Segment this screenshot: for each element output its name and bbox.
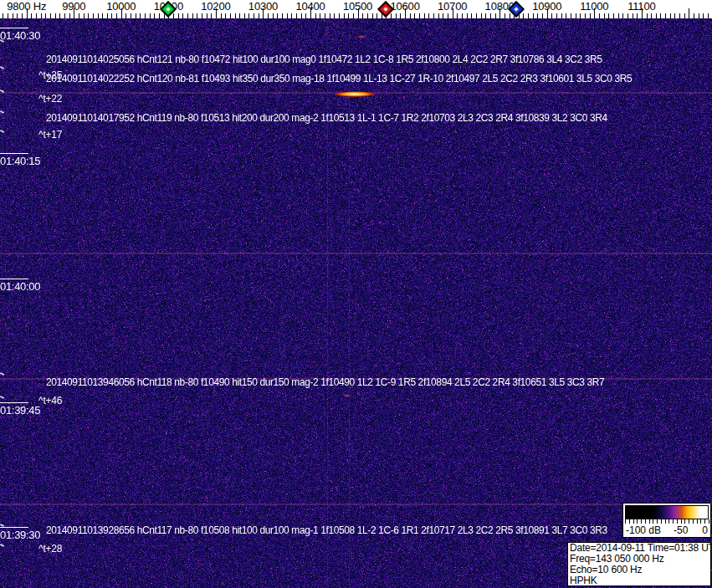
ruler-frequency-label: 10500 <box>343 0 372 13</box>
ruler-tick <box>556 13 557 18</box>
ruler-tick <box>173 13 174 18</box>
time-axis-label: 01:40:15 <box>0 153 40 167</box>
legend-tick <box>673 519 674 524</box>
ruler-frequency-label: 10900 <box>532 0 561 13</box>
meteor-spectrogram-app: 20140911014025056 hCnt121 nb-80 f10472 h… <box>0 0 712 588</box>
ruler-tick <box>301 13 302 18</box>
legend-tick <box>637 519 638 524</box>
time-axis-label: 01:40:30 <box>0 28 40 42</box>
ruler-tick <box>197 13 197 18</box>
ruler-tick <box>485 13 486 18</box>
ruler-tick <box>551 13 552 18</box>
detection-log-line: 20140911014022252 hCnt120 nb-81 f10493 h… <box>46 73 632 84</box>
ruler-tick <box>79 13 79 18</box>
ruler-tick <box>41 13 42 18</box>
ruler-tick <box>93 13 94 18</box>
spectrogram-noise-canvas <box>0 0 712 588</box>
ruler-frequency-label: 10000 <box>106 0 136 13</box>
ruler-tick <box>362 13 363 18</box>
ruler-tick <box>566 13 566 18</box>
ruler-tick <box>537 13 538 18</box>
meteor-echo-streak <box>333 91 376 97</box>
ruler-tick <box>608 13 609 18</box>
ruler-tick <box>590 13 591 18</box>
ruler-tick <box>400 13 401 18</box>
ruler-tick <box>268 13 269 18</box>
ruler-tick <box>674 13 675 18</box>
detection-log-line: 20140911014025056 hCnt121 nb-80 f10472 h… <box>46 54 602 65</box>
ruler-tick <box>221 13 222 18</box>
ruler-tick <box>13 13 13 18</box>
status-info-box: Date=2014-09-11 Time=01:38 UTC Freq=143 … <box>567 542 711 586</box>
ruler-tick <box>433 13 434 18</box>
ruler-tick <box>684 13 685 18</box>
color-gradient-bar <box>625 505 709 519</box>
ruler-tick <box>670 13 671 18</box>
meteor-echo-streak <box>356 35 367 38</box>
ruler-tick <box>424 13 425 18</box>
ruler-tick <box>88 13 89 18</box>
ruler-tick <box>296 13 297 18</box>
ruler-tick <box>192 13 193 18</box>
meteor-echo-streak <box>342 394 351 397</box>
ruler-tick <box>410 13 411 18</box>
ruler-tick <box>339 13 340 18</box>
legend-tick <box>625 519 626 524</box>
ruler-frequency-label: 9800 Hz <box>7 0 46 13</box>
ruler-tick <box>419 13 420 18</box>
ruler-tick <box>248 13 249 18</box>
marker-center-dot <box>384 7 389 12</box>
ruler-tick <box>348 13 349 18</box>
legend-tick <box>677 519 678 524</box>
ruler-tick <box>254 13 254 18</box>
ruler-tick <box>287 13 288 18</box>
event-time-marker: ^t+46 <box>38 395 62 406</box>
ruler-tick <box>533 13 534 18</box>
ruler-tick <box>305 13 306 18</box>
legend-tick <box>645 519 646 524</box>
ruler-tick <box>627 13 628 18</box>
ruler-tick <box>239 13 240 18</box>
ruler-tick <box>481 13 482 18</box>
ruler-tick <box>414 13 415 18</box>
ruler-tick <box>31 13 32 18</box>
legend-tick <box>704 519 705 524</box>
ruler-tick <box>467 13 468 18</box>
legend-tick <box>657 519 658 524</box>
ruler-tick <box>689 8 689 18</box>
ruler-tick <box>202 13 202 18</box>
ruler-tick <box>136 13 136 18</box>
ruler-tick <box>428 13 429 18</box>
ruler-tick <box>585 13 586 18</box>
event-time-marker: ^t+17 <box>38 129 62 141</box>
ruler-tick <box>576 13 576 18</box>
ruler-tick <box>647 13 648 18</box>
ruler-tick <box>660 13 661 18</box>
ruler-tick <box>476 13 477 18</box>
ruler-tick <box>145 13 146 18</box>
frequency-ruler: 9800 Hz990010000101001020010300104001050… <box>0 0 712 18</box>
ruler-tick <box>17 13 18 18</box>
ruler-tick <box>637 13 638 18</box>
ruler-tick <box>699 13 699 18</box>
legend-tick <box>709 519 709 524</box>
ruler-tick <box>651 13 652 18</box>
ruler-tick <box>140 13 141 18</box>
ruler-tick <box>259 13 259 18</box>
ruler-tick <box>3 13 3 18</box>
ruler-tick <box>282 13 283 18</box>
ruler-tick <box>244 13 245 18</box>
marker-center-dot <box>166 7 172 12</box>
ruler-tick <box>542 13 543 18</box>
legend-labels: -100 dB -50 0 <box>626 524 708 536</box>
ruler-tick <box>528 13 529 18</box>
ruler-tick <box>116 13 117 18</box>
ruler-frequency-label: 11000 <box>580 0 608 13</box>
time-axis-label: 01:39:30 <box>0 527 40 541</box>
ruler-tick <box>230 13 231 18</box>
ruler-tick <box>273 13 274 18</box>
ruler-tick <box>448 13 448 18</box>
legend-tick <box>668 519 669 524</box>
ruler-tick <box>665 13 666 18</box>
ruler-tick <box>22 13 23 18</box>
